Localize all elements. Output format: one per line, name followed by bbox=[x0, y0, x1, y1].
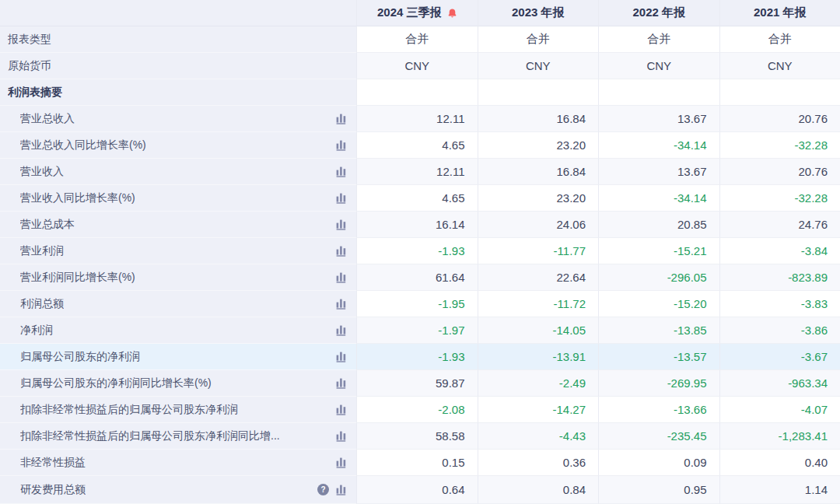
value-cell: 0.95 bbox=[598, 476, 719, 504]
cell-value: 16.84 bbox=[556, 112, 586, 125]
value-cell: 0.40 bbox=[719, 450, 840, 476]
table-row: 利润总额 -1.95 -11.72 -15.20 -3.83 bbox=[0, 291, 840, 317]
cell-value: 16.14 bbox=[436, 218, 465, 231]
cell-value: -15.21 bbox=[674, 244, 707, 257]
bar-chart-icon[interactable] bbox=[336, 219, 347, 230]
bar-chart-icon[interactable] bbox=[336, 271, 347, 283]
row-icons bbox=[330, 139, 347, 151]
period-label: 2024 三季报 bbox=[377, 5, 442, 20]
table-row: 扣除非经常性损益后的归属母公司股东净利润 -2.08 -14.27 -13.66… bbox=[0, 397, 840, 423]
row-icons bbox=[330, 404, 347, 415]
cell-value: -14.27 bbox=[552, 403, 586, 416]
value-cell: -14.05 bbox=[478, 317, 599, 344]
period-label: 2021 年报 bbox=[754, 5, 807, 20]
row-label-cell: 营业利润 bbox=[0, 238, 356, 264]
row-label-cell: 营业收入 bbox=[0, 159, 356, 185]
table-row: 归属母公司股东的净利润同比增长率(%) 59.87 -2.49 -269.95 … bbox=[0, 370, 840, 397]
cell-value: -296.05 bbox=[667, 271, 707, 284]
value-cell: 22.64 bbox=[478, 264, 599, 291]
row-label-cell: 营业利润同比增长率(%) bbox=[0, 264, 356, 291]
cell-value: 20.85 bbox=[677, 218, 707, 231]
row-label: 营业总收入同比增长率(%) bbox=[20, 138, 146, 152]
bell-icon[interactable] bbox=[447, 8, 457, 19]
value-cell: -3.84 bbox=[719, 238, 840, 264]
value-cell: 0.15 bbox=[356, 450, 478, 476]
value-cell: -11.77 bbox=[478, 238, 599, 264]
cell-value: -3.83 bbox=[801, 297, 828, 310]
row-label-cell: 报表类型 bbox=[0, 26, 356, 53]
cell-value: 合并 bbox=[527, 32, 550, 47]
row-label: 营业总成本 bbox=[20, 218, 75, 232]
value-cell: 20.76 bbox=[719, 159, 840, 185]
value-cell: 合并 bbox=[356, 26, 478, 53]
cell-value: 13.67 bbox=[677, 112, 707, 125]
row-label-cell: 营业收入同比增长率(%) bbox=[0, 185, 356, 212]
bar-chart-icon[interactable] bbox=[336, 192, 347, 204]
value-cell: 合并 bbox=[719, 26, 840, 53]
bar-chart-icon[interactable] bbox=[336, 113, 347, 124]
bar-chart-icon[interactable] bbox=[336, 298, 347, 310]
table-row: 营业总收入同比增长率(%) 4.65 23.20 -34.14 -32.28 bbox=[0, 132, 840, 159]
table-row: 营业利润 -1.93 -11.77 -15.21 -3.84 bbox=[0, 238, 840, 264]
cell-value: 4.65 bbox=[442, 138, 464, 152]
row-icons: ? bbox=[311, 484, 347, 495]
value-cell: -2.08 bbox=[356, 397, 478, 423]
row-icons bbox=[330, 219, 347, 230]
row-label: 报表类型 bbox=[8, 33, 51, 47]
value-cell: CNY bbox=[598, 53, 719, 79]
cell-value: 16.84 bbox=[556, 165, 586, 178]
question-icon[interactable]: ? bbox=[317, 484, 329, 495]
table-row: 研发费用总额 ? 0.64 0.84 0.95 1.14 bbox=[0, 476, 840, 504]
cell-value: 24.76 bbox=[798, 218, 828, 231]
row-label: 扣除非经常性损益后的归属母公司股东净利润同比增... bbox=[20, 429, 280, 443]
table-row: 营业收入 12.11 16.84 13.67 20.76 bbox=[0, 159, 840, 185]
value-cell: -34.14 bbox=[598, 185, 719, 212]
cell-value: -11.77 bbox=[554, 244, 586, 257]
value-cell: 58.58 bbox=[356, 423, 478, 450]
bar-chart-icon[interactable] bbox=[336, 404, 347, 415]
cell-value: 0.40 bbox=[805, 456, 828, 469]
table-row: 利润表摘要 bbox=[0, 79, 840, 106]
cell-value: CNY bbox=[768, 59, 793, 72]
row-label: 利润总额 bbox=[20, 297, 64, 311]
bar-chart-icon[interactable] bbox=[336, 351, 347, 362]
value-cell: -269.95 bbox=[598, 370, 719, 397]
cell-value: -4.43 bbox=[559, 429, 586, 443]
cell-value: CNY bbox=[646, 59, 671, 72]
value-cell: 合并 bbox=[598, 26, 719, 53]
cell-value: 58.58 bbox=[436, 429, 465, 443]
bar-chart-icon[interactable] bbox=[336, 377, 347, 389]
bar-chart-icon[interactable] bbox=[336, 139, 347, 151]
table-row: 净利润 -1.97 -14.05 -13.85 -3.86 bbox=[0, 317, 840, 344]
bar-chart-icon[interactable] bbox=[336, 430, 347, 442]
cell-value: -3.67 bbox=[801, 350, 828, 363]
cell-value: -1.93 bbox=[438, 244, 464, 257]
cell-value: 12.11 bbox=[436, 112, 464, 125]
row-label: 营业利润同比增长率(%) bbox=[20, 271, 135, 285]
cell-value: -14.05 bbox=[552, 324, 586, 337]
cell-value: CNY bbox=[526, 59, 551, 72]
bar-chart-icon[interactable] bbox=[336, 457, 347, 468]
row-icons bbox=[330, 457, 347, 468]
row-label-cell: 扣除非经常性损益后的归属母公司股东净利润 bbox=[0, 397, 356, 423]
cell-value: 合并 bbox=[405, 32, 429, 47]
row-label-cell: 扣除非经常性损益后的归属母公司股东净利润同比增... bbox=[0, 423, 356, 450]
value-cell: -32.28 bbox=[719, 132, 840, 159]
cell-value: 23.20 bbox=[556, 138, 586, 152]
bar-chart-icon[interactable] bbox=[336, 166, 347, 177]
header-blank-cell bbox=[0, 0, 356, 26]
value-cell: -1.93 bbox=[356, 238, 478, 264]
cell-value: -3.84 bbox=[801, 244, 828, 257]
bar-chart-icon[interactable] bbox=[336, 324, 347, 336]
row-label-cell: 净利润 bbox=[0, 317, 356, 344]
cell-value: 4.65 bbox=[442, 191, 464, 205]
value-cell: 59.87 bbox=[356, 370, 478, 397]
bar-chart-icon[interactable] bbox=[336, 484, 347, 495]
row-label-cell: 原始货币 bbox=[0, 53, 356, 79]
value-cell: -13.91 bbox=[478, 344, 599, 370]
value-cell: 16.14 bbox=[356, 212, 478, 238]
value-cell: 1.14 bbox=[719, 476, 840, 504]
cell-value: -1.95 bbox=[438, 297, 464, 310]
bar-chart-icon[interactable] bbox=[336, 245, 347, 257]
cell-value: -15.20 bbox=[674, 297, 707, 310]
